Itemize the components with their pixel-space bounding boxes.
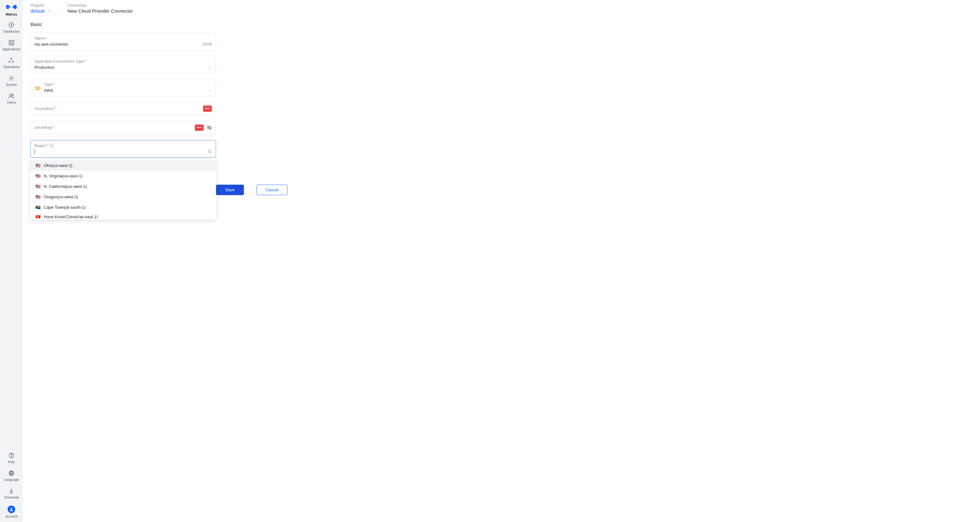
project-name: default <box>30 8 45 14</box>
char-counter: 16/30 <box>202 42 212 46</box>
field-label: AccessKey* <box>35 107 56 111</box>
sidebar-item-users[interactable]: Users <box>0 89 23 107</box>
svg-rect-6 <box>9 43 11 45</box>
required-mark: * <box>53 82 54 87</box>
nav-main: Dashboard Applications <box>0 18 23 449</box>
required-mark: * <box>45 36 47 41</box>
sidebar-item-download[interactable]: Download <box>0 484 23 502</box>
avatar <box>8 506 15 513</box>
secret-key-field[interactable]: SecretKey* ••• <box>30 121 216 134</box>
sidebar-item-language[interactable]: Language <box>0 466 23 484</box>
flag-icon: 🇺🇸 <box>35 194 41 199</box>
info-icon[interactable]: i <box>50 144 54 148</box>
sidebar-item-help[interactable]: Help <box>0 449 23 466</box>
breadcrumb-label: Connectors <box>67 3 133 8</box>
svg-point-20 <box>208 150 211 153</box>
globe-icon <box>8 470 14 476</box>
flag-icon: 🇺🇸 <box>35 184 41 189</box>
required-mark: * <box>54 107 56 111</box>
breadcrumb-projects: Projects default <box>30 3 51 14</box>
access-key-field[interactable]: AccessKey* ••• <box>30 102 216 115</box>
region-field[interactable]: Region* i <box>30 140 216 158</box>
region-option-label: Ohio(us-east-2) <box>44 163 72 168</box>
region-option-label: Cape Town(af-south-1) <box>44 205 86 210</box>
flag-icon: 🇺🇸 <box>35 173 41 178</box>
svg-point-8 <box>11 58 12 59</box>
name-field[interactable]: Name* 16/30 <box>30 33 216 50</box>
svg-rect-5 <box>12 41 14 43</box>
type-value: AWS <box>44 88 208 93</box>
sidebar-item-label: Operations <box>3 65 19 69</box>
svg-point-3 <box>11 25 12 25</box>
nav-footer: Help Language Download <box>0 449 23 522</box>
sidebar-item-label: Users <box>7 100 16 104</box>
flag-icon: 🇺🇸 <box>35 163 41 168</box>
sidebar-item-label: Language <box>4 477 19 481</box>
breadcrumb-label: Projects <box>30 3 51 8</box>
required-mark: * <box>52 126 54 130</box>
region-option-label: Oregon(us-west-2) <box>44 194 78 199</box>
chevron-down-icon[interactable] <box>208 65 212 69</box>
flag-icon: 🇭🇰 <box>35 215 41 218</box>
region-option[interactable]: 🇺🇸Ohio(us-east-2) <box>30 160 216 171</box>
env-type-field[interactable]: Applicable Environment Type* Production <box>30 56 216 73</box>
sidebar-item-label: Dashboard <box>3 29 19 33</box>
masked-value-chip[interactable]: ••• <box>203 105 212 112</box>
field-label: Region* i <box>35 143 212 148</box>
eye-off-icon[interactable] <box>207 125 212 130</box>
type-field[interactable]: aws Type* AWS <box>30 79 216 96</box>
svg-point-12 <box>10 94 12 96</box>
name-input[interactable] <box>35 42 202 46</box>
region-option[interactable]: 🇺🇸N. California(us-west-1) <box>30 181 216 192</box>
sidebar-item-operations[interactable]: Operations <box>0 54 23 71</box>
svg-point-13 <box>12 94 14 95</box>
sidebar-item-label: Help <box>8 460 15 464</box>
region-option[interactable]: 🇺🇸N. Virginia(us-east-1) <box>30 171 216 181</box>
users-icon <box>8 93 14 99</box>
aws-icon: aws <box>35 86 41 90</box>
region-option[interactable]: 🇺🇸Oregon(us-west-2) <box>30 192 216 202</box>
sidebar-item-label: Download <box>4 495 19 499</box>
breadcrumb-connectors: Connectors New Cloud Provider Connector <box>67 3 133 14</box>
sidebar-item-label: System <box>6 83 17 86</box>
region-option-label: Hong Kong(China)(ap-east-1) <box>44 215 98 218</box>
sidebar: Walrus Dashboard Applic <box>0 0 23 522</box>
masked-value-chip[interactable]: ••• <box>195 124 204 131</box>
sidebar-item-applications[interactable]: Applications <box>0 36 23 54</box>
save-button[interactable]: Save <box>216 185 244 195</box>
field-label: SecretKey* <box>35 126 54 130</box>
search-icon <box>207 150 212 154</box>
project-selector[interactable]: default <box>30 8 51 14</box>
help-icon <box>8 452 14 458</box>
section-title-basic: Basic <box>30 22 972 27</box>
region-option[interactable]: 🇭🇰Hong Kong(China)(ap-east-1) <box>30 213 216 218</box>
cancel-button[interactable]: Cancel <box>256 185 288 195</box>
logo-text: Walrus <box>2 12 21 16</box>
download-icon <box>8 488 14 494</box>
main-content: Projects default / Connectors New Cloud … <box>23 0 980 522</box>
sidebar-item-account[interactable]: Account <box>0 502 23 522</box>
dashboard-icon <box>8 22 14 28</box>
sidebar-item-system[interactable]: System <box>0 71 23 89</box>
region-search-input[interactable] <box>35 150 207 154</box>
walrus-logo-icon <box>5 3 18 11</box>
breadcrumb-separator: / <box>59 3 60 15</box>
logo[interactable]: Walrus <box>0 0 23 18</box>
chevron-down-icon[interactable] <box>208 89 212 92</box>
region-dropdown: 🇺🇸Ohio(us-east-2)🇺🇸N. Virginia(us-east-1… <box>30 159 216 220</box>
region-option[interactable]: 🇿🇦Cape Town(af-south-1) <box>30 202 216 213</box>
field-label: Name* <box>35 36 212 41</box>
required-mark: * <box>47 143 49 148</box>
svg-point-1 <box>8 8 9 8</box>
sidebar-item-dashboard[interactable]: Dashboard <box>0 18 23 36</box>
operations-icon <box>8 57 14 64</box>
svg-rect-4 <box>9 41 11 43</box>
region-option-label: N. California(us-west-1) <box>44 184 87 189</box>
svg-point-15 <box>11 457 11 457</box>
flag-icon: 🇿🇦 <box>35 205 41 210</box>
sidebar-item-label: Account <box>5 514 18 518</box>
page-title: New Cloud Provider Connector <box>67 8 133 14</box>
svg-point-18 <box>11 508 12 509</box>
svg-point-11 <box>11 78 12 79</box>
field-label: Type* <box>44 82 212 87</box>
